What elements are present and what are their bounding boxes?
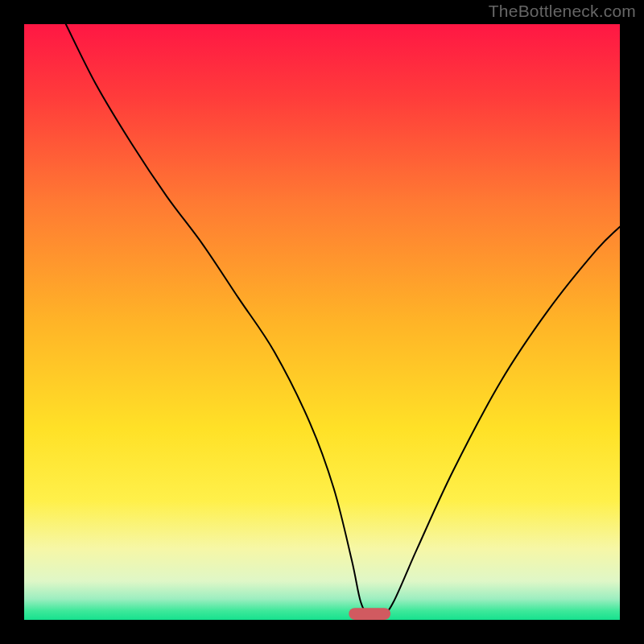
chart-frame: TheBottleneck.com — [0, 0, 644, 644]
watermark-label: TheBottleneck.com — [489, 2, 636, 21]
chart-svg — [24, 24, 620, 620]
plot-area — [24, 24, 620, 620]
optimum-marker — [349, 608, 390, 620]
